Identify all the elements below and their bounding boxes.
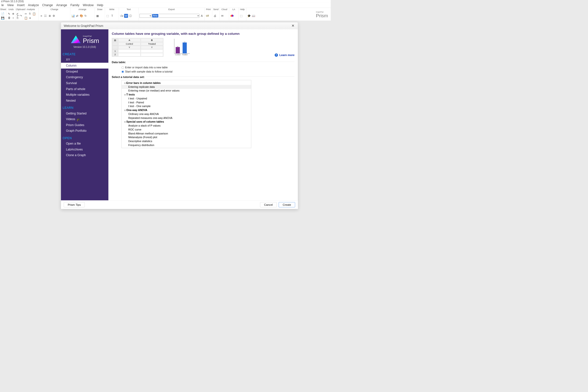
menu-family[interactable]: Family — [70, 4, 79, 7]
brand-logo: GraphPadPrism — [316, 11, 328, 18]
radio-enter-data[interactable]: Enter or import data into a new table — [122, 66, 294, 69]
tree-item[interactable]: t test - Paired — [122, 100, 251, 104]
group-label-undo: Undo — [7, 8, 16, 11]
info-icon[interactable]: ⓘ — [129, 14, 133, 18]
cancel-button[interactable]: Cancel — [260, 202, 277, 208]
tree-group[interactable]: Special uses of column tables — [122, 120, 251, 124]
redo-icon[interactable]: ↷ — [20, 14, 22, 18]
menu-window[interactable]: Window — [83, 4, 94, 7]
new-sheet-icon[interactable]: 📄 — [1, 12, 5, 16]
help-book-icon[interactable]: 📖 — [252, 14, 256, 18]
export-tiff-icon[interactable]: tiff — [206, 14, 210, 18]
paste-icon[interactable]: 📋 — [32, 12, 36, 16]
alpha-icon[interactable]: √α — [120, 14, 124, 18]
sidebar-item-graph-portfolio[interactable]: Graph Portfolio — [61, 128, 108, 134]
section-learn: LEARN — [61, 104, 108, 110]
tree-item[interactable]: Descriptive statistics — [122, 140, 251, 143]
group-label-print: Print — [205, 8, 212, 11]
gear-icon[interactable]: ⚙ — [52, 14, 56, 18]
analysis2-icon[interactable]: ☷ — [44, 14, 48, 18]
tree-item[interactable]: Entering mean (or median) and error valu… — [122, 89, 251, 93]
sidebar-item-getting-started[interactable]: Getting Started — [61, 110, 108, 116]
tree-item[interactable]: Frequency distribution — [122, 143, 251, 147]
group-label-change: Change — [39, 8, 70, 11]
data-table-label: Data table: — [112, 61, 126, 64]
learn-more-link[interactable]: ? Learn more — [275, 54, 294, 57]
tree-item[interactable]: Ordinary one-way ANOVA — [122, 112, 251, 116]
tree-item[interactable]: ROC curve — [122, 128, 251, 132]
dialog-title: Welcome to GraphPad Prism — [64, 24, 103, 28]
menu-insert[interactable]: Insert — [17, 4, 25, 7]
arrange-icon[interactable]: ▦ — [96, 14, 100, 18]
trash-icon[interactable]: 🗑 — [7, 16, 11, 20]
palette-icon[interactable]: 🎨 — [80, 14, 84, 18]
grad-help-icon[interactable]: 🎓 — [247, 14, 251, 18]
tree-item[interactable]: Metanalysis (Forest) plot — [122, 136, 251, 140]
tree-item[interactable]: t test - Unpaired — [122, 97, 251, 101]
radio-sample-data[interactable]: Start with sample data to follow a tutor… — [122, 70, 294, 73]
create-button[interactable]: Create — [279, 202, 295, 208]
text-tool-icon[interactable]: T — [110, 14, 114, 18]
svg-marker-0 — [71, 36, 81, 43]
send-icon[interactable]: ✉ — [220, 14, 224, 18]
tutorial-tree[interactable]: Error bars in column tablesEntering repl… — [122, 80, 251, 148]
menu-help[interactable]: Help — [97, 4, 103, 7]
sidebar-item-open-a-file[interactable]: Open a file — [61, 140, 108, 146]
swap-icon[interactable]: ⇄ — [75, 14, 79, 18]
snow-icon[interactable]: ❄ — [11, 12, 15, 16]
sidebar-item-multiple-variables[interactable]: Multiple variables — [61, 92, 108, 98]
sidebar-item-survival[interactable]: Survival — [61, 80, 108, 86]
tree-group[interactable]: Error bars in column tables — [122, 81, 251, 85]
chart-icon[interactable]: 📊 — [71, 14, 75, 18]
tree-item[interactable]: Entering replicate data — [122, 85, 251, 89]
menu-bar: leViewInsertAnalyzeChangeArrangeFamilyWi… — [0, 3, 331, 8]
refresh-icon[interactable]: ↻ — [84, 14, 88, 18]
welcome-dialog: Welcome to GraphPad Prism ✕ GraphPad Pri… — [61, 22, 298, 209]
tree-item[interactable]: t test - One sample — [122, 104, 251, 108]
sidebar-item-grouped[interactable]: Grouped — [61, 68, 108, 74]
plus-icon[interactable]: ＋ — [11, 16, 15, 20]
wand-icon[interactable]: ✎ — [7, 12, 11, 16]
word-icon[interactable]: W — [124, 14, 128, 18]
menu-view[interactable]: View — [7, 4, 14, 7]
prism-tips-button[interactable]: Prism Tips — [64, 202, 85, 208]
sidebar-item-videos[interactable]: Videos🎓 — [61, 116, 108, 122]
logo-gp: GraphPad — [83, 35, 99, 37]
analysis3-icon[interactable]: ≣ — [48, 14, 52, 18]
undo-icon[interactable]: ↶ — [17, 14, 19, 18]
tree-group[interactable]: One-way ANOVA — [122, 108, 251, 112]
menu-analyze[interactable]: Analyze — [28, 4, 39, 7]
la-icon[interactable]: ⬚ — [239, 14, 243, 18]
paste-special-icon[interactable]: ▾ — [28, 16, 32, 20]
sidebar-item-contingency[interactable]: Contingency — [61, 74, 108, 80]
close-icon[interactable]: ✕ — [291, 24, 295, 28]
menu-arrange[interactable]: Arrange — [56, 4, 67, 7]
tree-item[interactable]: Repeated measures one-way ANOVA — [122, 116, 251, 120]
cut-icon[interactable]: ✂ — [24, 12, 28, 16]
sidebar-item-column[interactable]: Column — [61, 63, 108, 68]
analysis-icon[interactable]: ≡ — [40, 14, 44, 18]
sidebar-item-clone-a-graph[interactable]: Clone a Graph — [61, 152, 108, 158]
clipboard-icon[interactable]: 📋 — [24, 16, 28, 20]
font-size-select[interactable] — [159, 14, 199, 18]
font-highlight[interactable]: Aria — [152, 14, 158, 18]
section-create: CREATE — [61, 50, 108, 57]
sidebar-item-xy[interactable]: XY — [61, 57, 108, 63]
sidebar-item-nested[interactable]: Nested — [61, 98, 108, 104]
font-color-icon[interactable]: A — [200, 14, 204, 18]
print-icon[interactable]: 🖨 — [213, 14, 217, 18]
sidebar-item-parts-of-whole[interactable]: Parts of whole — [61, 86, 108, 92]
tree-item[interactable]: Analyze a stack of P values — [122, 124, 251, 128]
save-icon[interactable]: 💾 — [1, 16, 5, 20]
sidebar-item-labarchives[interactable]: LabArchives — [61, 146, 108, 152]
tree-group[interactable]: T tests — [122, 93, 251, 97]
copy-icon[interactable]: ⎘ — [28, 12, 32, 16]
cloud-icon[interactable] — [230, 14, 234, 18]
dialog-sidebar: GraphPad Prism Version 10.1.0 (316) CREA… — [61, 29, 108, 200]
font-family-select[interactable] — [140, 14, 152, 18]
draw-icon[interactable]: ⬚ — [106, 14, 110, 18]
tree-item[interactable]: Bland-Altman method comparison — [122, 132, 251, 136]
menu-change[interactable]: Change — [42, 4, 53, 7]
sidebar-item-prism-guides[interactable]: Prism Guides — [61, 122, 108, 128]
menu-le[interactable]: le — [2, 4, 4, 7]
